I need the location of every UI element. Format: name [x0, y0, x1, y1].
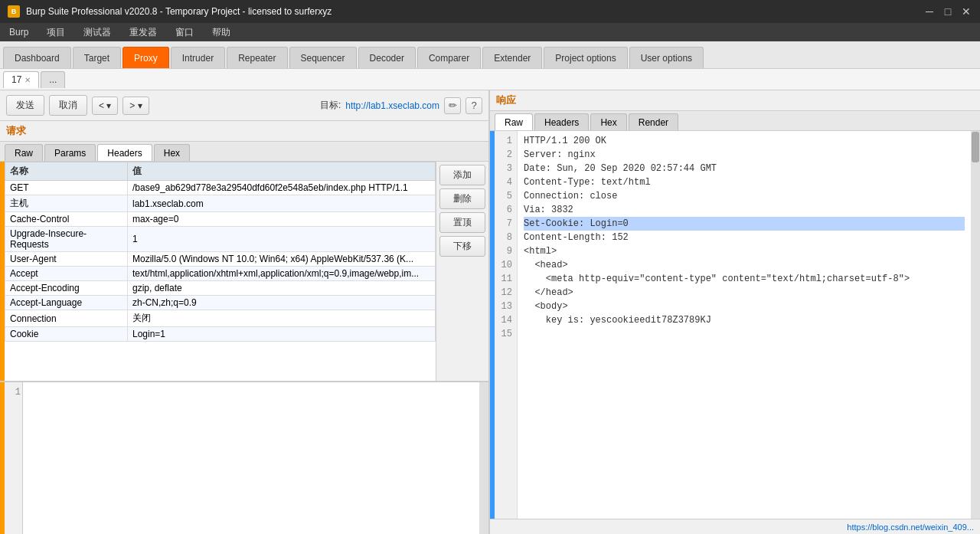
tab-intruder[interactable]: Intruder: [171, 47, 225, 68]
line-number: 10: [496, 258, 515, 272]
body-scroll[interactable]: [479, 382, 488, 534]
line-number: 5: [496, 189, 515, 203]
line-number: 1: [496, 134, 515, 148]
tab-repeater[interactable]: Repeater: [227, 47, 287, 68]
response-tab-raw[interactable]: Raw: [495, 113, 533, 130]
header-name-cell: Upgrade-Insecure-Requests: [5, 227, 128, 252]
target-label: 目标: http://lab1.xseclab.com: [320, 99, 439, 112]
menu-repeater[interactable]: 重发器: [126, 25, 160, 41]
top-header-button[interactable]: 置顶: [439, 212, 485, 233]
table-row[interactable]: Cache-Controlmax-age=0: [5, 212, 436, 227]
next-button[interactable]: > ▾: [122, 97, 149, 115]
edit-target-button[interactable]: ✏: [444, 97, 461, 114]
line-number: 6: [496, 203, 515, 217]
tab-sequencer[interactable]: Sequencer: [289, 47, 357, 68]
header-name-cell: Accept-Language: [5, 296, 128, 310]
response-code-view[interactable]: 123456789101112131415 HTTP/1.1 200 OKSer…: [490, 131, 980, 519]
maximize-button[interactable]: □: [942, 5, 954, 18]
response-scrollbar-thumb[interactable]: [972, 132, 979, 162]
main-tab-bar: Dashboard Target Proxy Intruder Repeater…: [0, 41, 980, 69]
main-area: 发送 取消 < ▾ > ▾ 目标: http://lab1.xseclab.co…: [0, 90, 980, 534]
add-header-button[interactable]: 添加: [439, 165, 485, 185]
minimize-button[interactable]: ─: [923, 5, 936, 18]
delete-header-button[interactable]: 删除: [439, 188, 485, 209]
menu-help[interactable]: 帮助: [209, 25, 234, 41]
request-title: 请求: [6, 125, 26, 136]
menu-project[interactable]: 项目: [44, 25, 68, 41]
prev-button[interactable]: < ▾: [92, 97, 118, 115]
tab-target[interactable]: Target: [73, 47, 121, 68]
headers-table-scroll[interactable]: 名称 值 GET/base9_ab629d778e3a29540dfd60f2e…: [5, 162, 436, 381]
target-label-text: 目标:: [320, 99, 341, 112]
headers-table: 名称 值 GET/base9_ab629d778e3a29540dfd60f2e…: [5, 162, 436, 342]
code-line: HTTP/1.1 200 OK: [524, 134, 965, 148]
line-number: 13: [496, 300, 515, 313]
sub-tab-17[interactable]: 17 ✕: [3, 71, 39, 88]
code-line: Content-Type: text/html: [524, 175, 965, 189]
response-tab-render[interactable]: Render: [629, 113, 678, 130]
window-controls: ─ □ ✕: [923, 5, 972, 18]
table-row[interactable]: Upgrade-Insecure-Requests1: [5, 227, 436, 252]
table-row[interactable]: 主机lab1.xseclab.com: [5, 195, 436, 212]
header-name-cell: GET: [5, 181, 128, 195]
sub-tab-17-close[interactable]: ✕: [24, 76, 31, 84]
down-header-button[interactable]: 下移: [439, 236, 485, 257]
close-button[interactable]: ✕: [960, 5, 972, 18]
line-number: 2: [496, 148, 515, 162]
header-value-cell: lab1.xseclab.com: [128, 195, 436, 212]
cancel-button[interactable]: 取消: [49, 95, 87, 116]
line-numbers: 1: [5, 382, 23, 534]
col-value: 值: [128, 162, 436, 181]
menu-scanner[interactable]: 测试器: [80, 25, 114, 41]
code-line: Content-Length: 152: [524, 231, 965, 244]
tab-decoder[interactable]: Decoder: [358, 47, 416, 68]
menu-window[interactable]: 窗口: [172, 25, 197, 41]
target-url: http://lab1.xseclab.com: [345, 100, 439, 111]
request-body-input[interactable]: [23, 382, 479, 534]
status-url: https://blog.csdn.net/weixin_409...: [847, 523, 974, 532]
response-tab-headers[interactable]: Headers: [534, 113, 589, 130]
col-name: 名称: [5, 162, 128, 181]
request-tab-hex[interactable]: Hex: [154, 144, 190, 161]
table-row[interactable]: GET/base9_ab629d778e3a29540dfd60f2e548a5…: [5, 181, 436, 195]
header-value-cell: Mozilla/5.0 (Windows NT 10.0; Win64; x64…: [128, 252, 436, 267]
table-row[interactable]: User-AgentMozilla/5.0 (Windows NT 10.0; …: [5, 252, 436, 267]
response-section-header: 响应: [490, 90, 980, 111]
status-bar: https://blog.csdn.net/weixin_409...: [490, 519, 980, 534]
header-name-cell: 主机: [5, 195, 128, 212]
table-row[interactable]: Accept-Encodinggzip, deflate: [5, 281, 436, 296]
request-tab-raw[interactable]: Raw: [5, 144, 43, 161]
table-row[interactable]: Accept-Languagezh-CN,zh;q=0.9: [5, 296, 436, 310]
help-button[interactable]: ?: [466, 97, 482, 114]
header-value-cell: max-age=0: [128, 212, 436, 227]
table-row[interactable]: Accepttext/html,application/xhtml+xml,ap…: [5, 267, 436, 281]
tab-comparer[interactable]: Comparer: [417, 47, 481, 68]
tab-dashboard[interactable]: Dashboard: [3, 47, 71, 68]
response-scrollbar[interactable]: [971, 131, 980, 519]
sub-tab-17-label: 17: [11, 74, 21, 85]
line-number: 8: [496, 231, 515, 244]
tab-project-options[interactable]: Project options: [544, 47, 627, 68]
header-name-cell: Accept: [5, 267, 128, 281]
header-value-cell: text/html,application/xhtml+xml,applicat…: [128, 267, 436, 281]
header-value-cell: gzip, deflate: [128, 281, 436, 296]
code-line: Server: nginx: [524, 148, 965, 162]
send-button[interactable]: 发送: [6, 95, 44, 116]
response-tab-hex[interactable]: Hex: [590, 113, 626, 130]
table-row[interactable]: Connection关闭: [5, 310, 436, 327]
line-number: 3: [496, 162, 515, 175]
code-line: <meta http-equiv="content-type" content=…: [524, 272, 965, 286]
header-value-cell: /base9_ab629d778e3a29540dfd60f2e548a5eb/…: [128, 181, 436, 195]
tab-proxy[interactable]: Proxy: [122, 47, 169, 68]
menu-burp[interactable]: Burp: [6, 25, 31, 39]
tab-extender[interactable]: Extender: [482, 47, 542, 68]
request-toolbar: 发送 取消 < ▾ > ▾ 目标: http://lab1.xseclab.co…: [0, 90, 488, 121]
code-line: <body>: [524, 300, 965, 313]
sub-tab-more[interactable]: ...: [41, 71, 65, 88]
code-line: Date: Sun, 20 Sep 2020 02:57:44 GMT: [524, 162, 965, 175]
request-tab-params[interactable]: Params: [44, 144, 96, 161]
request-tab-headers[interactable]: Headers: [97, 144, 152, 161]
table-row[interactable]: CookieLogin=1: [5, 327, 436, 342]
menu-bar: Burp 项目 测试器 重发器 窗口 帮助: [0, 23, 980, 41]
tab-user-options[interactable]: User options: [629, 47, 704, 68]
